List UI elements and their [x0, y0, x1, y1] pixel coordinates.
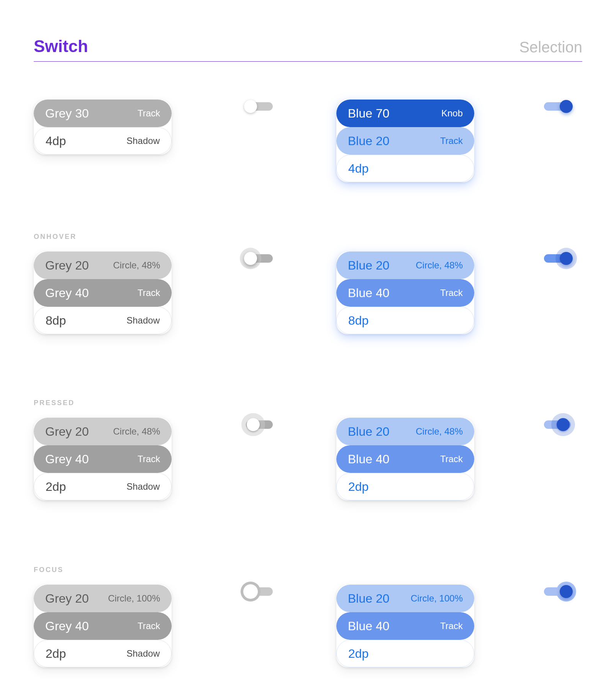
- switch-on-default[interactable]: [544, 100, 571, 110]
- switch-off-onhover[interactable]: [246, 252, 273, 262]
- spec-value: 2dp: [348, 480, 369, 494]
- spec-row: Grey 20 Circle, 48%: [34, 418, 172, 445]
- spec-role: Track: [138, 288, 160, 298]
- spec-row: 2dp: [336, 473, 474, 500]
- spec-role: Circle, 100%: [108, 593, 160, 604]
- spec-value: Blue 40: [348, 286, 390, 300]
- spec-value: 4dp: [348, 162, 369, 176]
- spec-value: 2dp: [348, 647, 369, 661]
- spec-row: 8dp: [336, 307, 474, 334]
- spec-row: Grey 20 Circle, 100%: [34, 585, 172, 612]
- spec-stack-on-focus: Blue 20 Circle, 100% Blue 40 Track 2dp: [336, 585, 474, 667]
- spec-stack-on-onhover: Blue 20 Circle, 48% Blue 40 Track 8dp: [336, 252, 474, 334]
- switch-knob: [560, 252, 573, 265]
- spec-row: Blue 20 Track: [336, 127, 474, 155]
- spec-role: Track: [440, 288, 463, 298]
- spec-value: Blue 20: [348, 258, 390, 273]
- spec-row: Grey 20 Circle, 48%: [34, 252, 172, 279]
- spec-value: Blue 20: [348, 592, 390, 606]
- spec-row: 2dp Shadow: [34, 640, 172, 667]
- page-subtitle: Selection: [519, 39, 582, 56]
- spec-stack-off-onhover: Grey 20 Circle, 48% Grey 40 Track 8dp Sh…: [34, 252, 172, 334]
- switch-knob: [244, 100, 257, 113]
- spec-row: 4dp: [336, 155, 474, 182]
- spec-value: 4dp: [46, 134, 66, 148]
- spec-value: Grey 40: [45, 619, 89, 633]
- switch-halo: [241, 582, 260, 602]
- spec-value: Grey 20: [45, 425, 89, 439]
- spec-role: Track: [138, 621, 160, 631]
- spec-row: Blue 40 Track: [336, 279, 474, 307]
- switch-on-onhover[interactable]: [544, 252, 571, 262]
- spec-row: Grey 40 Track: [34, 445, 172, 473]
- spec-role: Track: [440, 621, 463, 631]
- spec-value: Grey 30: [45, 106, 89, 121]
- spec-value: Blue 40: [348, 619, 390, 633]
- spec-role: Track: [440, 136, 463, 146]
- spec-row: 2dp Shadow: [34, 473, 172, 500]
- spec-role: Track: [138, 454, 160, 464]
- spec-row: Grey 40 Track: [34, 612, 172, 640]
- spec-row: Blue 40 Track: [336, 445, 474, 473]
- page-title: Switch: [34, 37, 88, 56]
- header: Switch Selection: [34, 37, 582, 62]
- spec-row: Grey 30 Track: [34, 100, 172, 127]
- spec-value: Grey 20: [45, 258, 89, 273]
- spec-role: Circle, 48%: [416, 426, 463, 437]
- spec-value: Grey 40: [45, 286, 89, 300]
- spec-value: 2dp: [46, 647, 66, 661]
- spec-role: Circle, 48%: [113, 260, 160, 271]
- switch-off-focus[interactable]: [246, 585, 273, 595]
- spec-value: Blue 20: [348, 134, 390, 148]
- spec-row: Grey 40 Track: [34, 279, 172, 307]
- spec-stack-off-default: Grey 30 Track 4dp Shadow: [34, 100, 172, 155]
- switch-off-default[interactable]: [246, 100, 273, 110]
- spec-row: Blue 20 Circle, 48%: [336, 418, 474, 445]
- spec-value: 8dp: [348, 314, 369, 328]
- spec-value: Blue 20: [348, 425, 390, 439]
- switch-knob: [557, 418, 570, 431]
- spec-value: Grey 40: [45, 452, 89, 466]
- switch-knob: [247, 418, 260, 431]
- spec-value: Blue 40: [348, 452, 390, 466]
- state-onhover: ONHOVER Grey 20 Circle, 48% Grey 40 Trac…: [34, 233, 582, 252]
- spec-row: 4dp Shadow: [34, 127, 172, 155]
- switch-on-focus[interactable]: [544, 585, 571, 595]
- spec-stack-on-default: Blue 70 Knob Blue 20 Track 4dp: [336, 100, 474, 182]
- spec-value: 8dp: [46, 314, 66, 328]
- spec-role: Circle, 48%: [113, 426, 160, 437]
- spec-row: 8dp Shadow: [34, 307, 172, 334]
- switch-off-pressed[interactable]: [246, 418, 273, 428]
- spec-row: Blue 20 Circle, 100%: [336, 585, 474, 612]
- state-focus: FOCUS Grey 20 Circle, 100% Grey 40 Track…: [34, 566, 582, 585]
- state-pressed: PRESSED Grey 20 Circle, 48% Grey 40 Trac…: [34, 399, 582, 418]
- spec-stack-on-pressed: Blue 20 Circle, 48% Blue 40 Track 2dp: [336, 418, 474, 500]
- spec-row: Blue 40 Track: [336, 612, 474, 640]
- spec-stack-off-focus: Grey 20 Circle, 100% Grey 40 Track 2dp S…: [34, 585, 172, 667]
- switch-on-pressed[interactable]: [544, 418, 571, 428]
- spec-role: Shadow: [126, 315, 160, 326]
- state-label-pressed: PRESSED: [34, 399, 582, 407]
- spec-stack-off-pressed: Grey 20 Circle, 48% Grey 40 Track 2dp Sh…: [34, 418, 172, 500]
- spec-value: 2dp: [46, 480, 66, 494]
- spec-role: Circle, 48%: [416, 260, 463, 271]
- state-label-focus: FOCUS: [34, 566, 582, 574]
- switch-knob: [560, 100, 573, 113]
- spec-row: 2dp: [336, 640, 474, 667]
- switch-knob: [560, 585, 573, 598]
- spec-role: Circle, 100%: [411, 593, 463, 604]
- spec-role: Shadow: [126, 648, 160, 659]
- spec-role: Shadow: [126, 136, 160, 146]
- switch-knob: [244, 252, 257, 265]
- spec-role: Knob: [441, 108, 463, 119]
- spec-role: Shadow: [126, 481, 160, 492]
- spec-role: Track: [138, 108, 160, 119]
- spec-row: Blue 20 Circle, 48%: [336, 252, 474, 279]
- spec-value: Grey 20: [45, 592, 89, 606]
- spec-value: Blue 70: [348, 106, 390, 121]
- state-label-onhover: ONHOVER: [34, 233, 582, 241]
- spec-row: Blue 70 Knob: [336, 100, 474, 127]
- spec-role: Track: [440, 454, 463, 464]
